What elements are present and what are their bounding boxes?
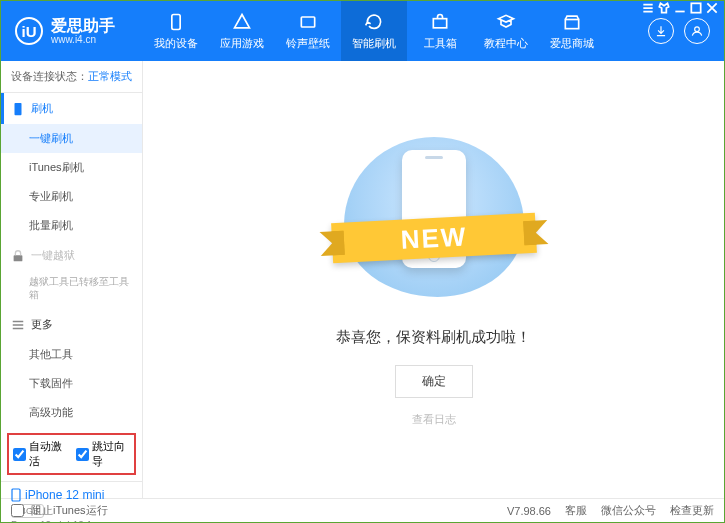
nav-my-device[interactable]: 我的设备 (143, 1, 209, 61)
sidebar-item-advanced[interactable]: 高级功能 (1, 398, 142, 427)
app-url: www.i4.cn (51, 34, 115, 45)
apps-icon (232, 12, 252, 32)
checkbox-skip-guide[interactable]: 跳过向导 (76, 439, 131, 469)
svg-rect-2 (433, 18, 446, 27)
store-icon (562, 12, 582, 32)
svg-rect-0 (172, 14, 180, 29)
svg-rect-5 (691, 3, 700, 12)
success-message: 恭喜您，保资料刷机成功啦！ (336, 328, 531, 347)
auto-activate-input[interactable] (13, 448, 26, 461)
media-icon (298, 12, 318, 32)
section-label: 一键越狱 (31, 248, 75, 263)
nav-ringtones[interactable]: 铃声壁纸 (275, 1, 341, 61)
checkbox-block-itunes[interactable]: 阻止iTunes运行 (11, 503, 108, 518)
support-link[interactable]: 客服 (565, 503, 587, 518)
svg-point-4 (695, 27, 700, 32)
nav-label: 工具箱 (424, 36, 457, 51)
toolbox-icon (430, 12, 450, 32)
lock-icon (11, 249, 25, 263)
svg-rect-7 (14, 255, 23, 261)
block-itunes-input[interactable] (11, 504, 24, 517)
app-logo: iU 爱思助手 www.i4.cn (1, 17, 143, 45)
svg-rect-8 (12, 489, 20, 501)
logo-icon: iU (15, 17, 43, 45)
app-name: 爱思助手 (51, 18, 115, 34)
phone-icon (11, 102, 25, 116)
sidebar-item-batch-flash[interactable]: 批量刷机 (1, 211, 142, 240)
nav-smart-flash[interactable]: 智能刷机 (341, 1, 407, 61)
window-controls (635, 0, 725, 16)
wechat-link[interactable]: 微信公众号 (601, 503, 656, 518)
nav-toolbox[interactable]: 工具箱 (407, 1, 473, 61)
nav-label: 铃声壁纸 (286, 36, 330, 51)
sidebar: 设备连接状态：正常模式 刷机 一键刷机 iTunes刷机 专业刷机 批量刷机 一… (1, 61, 143, 498)
nav-label: 我的设备 (154, 36, 198, 51)
main-nav: 我的设备 应用游戏 铃声壁纸 智能刷机 工具箱 教程中心 爱思商城 (143, 1, 648, 61)
view-log-link[interactable]: 查看日志 (412, 412, 456, 427)
checkbox-auto-activate[interactable]: 自动激活 (13, 439, 68, 469)
ok-button[interactable]: 确定 (395, 365, 473, 398)
sidebar-item-itunes-flash[interactable]: iTunes刷机 (1, 153, 142, 182)
more-icon (11, 318, 25, 332)
skin-button[interactable] (657, 1, 671, 15)
menu-button[interactable] (641, 1, 655, 15)
success-illustration: NEW (324, 132, 544, 302)
sidebar-section-flash[interactable]: 刷机 (1, 93, 142, 124)
flash-icon (364, 12, 384, 32)
phone-icon (11, 488, 21, 502)
nav-label: 应用游戏 (220, 36, 264, 51)
nav-tutorials[interactable]: 教程中心 (473, 1, 539, 61)
connection-status: 设备连接状态：正常模式 (1, 61, 142, 93)
nav-label: 智能刷机 (352, 36, 396, 51)
nav-apps-games[interactable]: 应用游戏 (209, 1, 275, 61)
svg-rect-1 (301, 17, 314, 27)
maximize-button[interactable] (689, 1, 703, 15)
sidebar-item-download-firmware[interactable]: 下载固件 (1, 369, 142, 398)
download-button[interactable] (648, 18, 674, 44)
nav-label: 爱思商城 (550, 36, 594, 51)
status-value: 正常模式 (88, 70, 132, 82)
section-label: 更多 (31, 317, 53, 332)
sidebar-item-pro-flash[interactable]: 专业刷机 (1, 182, 142, 211)
sidebar-item-onekey-flash[interactable]: 一键刷机 (1, 124, 142, 153)
version-text: V7.98.66 (507, 505, 551, 517)
check-update-link[interactable]: 检查更新 (670, 503, 714, 518)
status-label: 设备连接状态： (11, 70, 88, 82)
user-button[interactable] (684, 18, 710, 44)
options-highlight-box: 自动激活 跳过向导 (7, 433, 136, 475)
sidebar-section-jailbreak: 一键越狱 (1, 240, 142, 271)
device-icon (166, 12, 186, 32)
tutorial-icon (496, 12, 516, 32)
checkbox-label: 跳过向导 (92, 439, 131, 469)
close-button[interactable] (705, 1, 719, 15)
main-content: NEW 恭喜您，保资料刷机成功啦！ 确定 查看日志 (143, 61, 724, 498)
checkbox-label: 自动激活 (29, 439, 68, 469)
device-name: iPhone 12 mini (11, 488, 132, 502)
sidebar-section-more[interactable]: 更多 (1, 309, 142, 340)
nav-label: 教程中心 (484, 36, 528, 51)
sidebar-item-other-tools[interactable]: 其他工具 (1, 340, 142, 369)
nav-store[interactable]: 爱思商城 (539, 1, 605, 61)
minimize-button[interactable] (673, 1, 687, 15)
section-label: 刷机 (31, 101, 53, 116)
device-name-text: iPhone 12 mini (25, 488, 104, 502)
svg-rect-6 (15, 102, 22, 114)
skip-guide-input[interactable] (76, 448, 89, 461)
svg-rect-3 (565, 19, 578, 28)
titlebar: iU 爱思助手 www.i4.cn 我的设备 应用游戏 铃声壁纸 智能刷机 工具… (1, 1, 724, 61)
jailbreak-note: 越狱工具已转移至工具箱 (1, 271, 142, 309)
checkbox-label: 阻止iTunes运行 (31, 503, 108, 518)
